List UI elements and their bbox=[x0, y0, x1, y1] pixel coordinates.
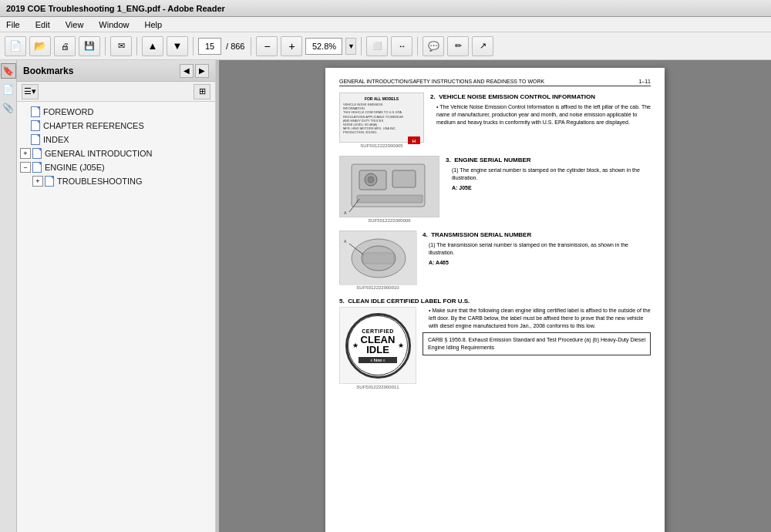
svg-rect-14 bbox=[363, 253, 394, 264]
section-4: A SUF5012222000010 4. TRANSMISSION SERIA… bbox=[339, 231, 651, 290]
section-3-text: 3. ENGINE SERIAL NUMBER (1) The engine s… bbox=[446, 156, 651, 223]
engine-svg: A bbox=[340, 157, 439, 217]
annotate-button[interactable]: ✏ bbox=[447, 36, 469, 56]
new-button[interactable]: 📄 bbox=[5, 36, 26, 56]
menu-window[interactable]: Window bbox=[96, 19, 132, 30]
section-3-caption: SUF5012222000006 bbox=[368, 218, 410, 223]
section-2-body: FOR ALL MODELS VEHICLE NOISE EMISSIONINF… bbox=[339, 93, 651, 148]
section-2: FOR ALL MODELS VEHICLE NOISE EMISSIONINF… bbox=[339, 93, 651, 148]
left-panel-icons: 🔖 📄 📎 bbox=[0, 60, 17, 532]
save-button[interactable]: 💾 bbox=[79, 36, 100, 56]
section-5-caption: SUF5012222000011 bbox=[356, 385, 399, 389]
menu-view[interactable]: View bbox=[62, 19, 87, 30]
tree-item-engine[interactable]: − ENGINE (J05E) bbox=[17, 160, 215, 174]
fit-width-button[interactable]: ↔ bbox=[391, 36, 412, 56]
chapter-references-icon bbox=[31, 120, 40, 131]
sidebar-expand-all-button[interactable]: ⊞ bbox=[194, 84, 210, 99]
page-total: / 866 bbox=[226, 42, 244, 51]
tree-item-foreword[interactable]: FOREWORD bbox=[17, 105, 215, 119]
section-5-bullet: • Make sure that the following clean eng… bbox=[429, 307, 651, 329]
separator-6 bbox=[417, 37, 418, 56]
troubleshooting-label: TROUBLESHOOTING bbox=[57, 177, 143, 186]
section-3-image-container: A SUF5012222000006 bbox=[339, 156, 439, 223]
separator-4 bbox=[251, 37, 251, 56]
sidebar-toolbar: ☰▾ ⊞ bbox=[17, 82, 215, 102]
sidebar: Bookmarks ◀ ▶ ☰▾ ⊞ FOREWORD CHAPTE bbox=[17, 60, 216, 532]
section-3: A SUF5012222000006 3. ENGINE SERIAL NUMB… bbox=[339, 156, 651, 223]
zoom-input[interactable]: 52.8% bbox=[305, 38, 342, 55]
section-2-text: 2. VEHICLE NOISE EMISSION CONTROL INFORM… bbox=[430, 93, 651, 148]
sidebar-expand-button[interactable]: ▶ bbox=[195, 64, 209, 78]
separator-1 bbox=[105, 37, 106, 56]
section-4-title: TRANSMISSION SERIAL NUMBER bbox=[431, 231, 531, 238]
export-button[interactable]: ↗ bbox=[472, 36, 493, 56]
svg-text:H: H bbox=[412, 139, 416, 143]
zoom-dropdown-button[interactable]: ▼ bbox=[345, 38, 356, 55]
section-4-num: 4. TRANSMISSION SERIAL NUMBER bbox=[423, 231, 651, 239]
chapter-references-label: CHAPTER REFERENCES bbox=[43, 121, 144, 130]
bookmarks-panel-icon[interactable]: 🔖 bbox=[1, 63, 16, 79]
open-button[interactable]: 📂 bbox=[29, 36, 51, 56]
section-2-title: VEHICLE NOISE EMISSION CONTROL INFORMATI… bbox=[439, 93, 595, 100]
cert-clean-text: CLEAN bbox=[361, 335, 396, 345]
sidebar-options-button[interactable]: ☰▾ bbox=[22, 84, 39, 99]
menu-file[interactable]: File bbox=[3, 19, 23, 30]
document-area[interactable]: GENERAL INTRODUCTION/SAFETY INSTRUCTIONS… bbox=[219, 60, 771, 532]
section-5-text: • Make sure that the following clean eng… bbox=[423, 307, 651, 389]
email-button[interactable]: ✉ bbox=[110, 36, 132, 56]
general-intro-expand[interactable]: + bbox=[20, 148, 31, 159]
svg-rect-8 bbox=[357, 195, 423, 203]
prev-page-button[interactable]: ▲ bbox=[142, 36, 163, 56]
general-intro-label: GENERAL INTRODUCTION bbox=[45, 149, 153, 158]
menu-bar: File Edit View Window Help bbox=[0, 17, 771, 32]
sidebar-collapse-button[interactable]: ◀ bbox=[180, 64, 194, 78]
engine-icon bbox=[32, 162, 42, 173]
transmission-svg: A bbox=[340, 231, 417, 285]
section-3-title: ENGINE SERIAL NUMBER bbox=[454, 157, 530, 163]
tree-item-troubleshooting[interactable]: + TROUBLESHOOTING bbox=[29, 174, 215, 188]
section-4-sub: A: A465 bbox=[429, 259, 651, 267]
tree-item-general-intro[interactable]: + GENERAL INTRODUCTION bbox=[17, 146, 215, 160]
zoom-out-button[interactable]: − bbox=[256, 36, 278, 56]
section-2-image-container: FOR ALL MODELS VEHICLE NOISE EMISSIONINF… bbox=[339, 93, 424, 148]
page-header: GENERAL INTRODUCTION/SAFETY INSTRUCTIONS… bbox=[339, 79, 651, 86]
engine-image: A bbox=[339, 156, 439, 217]
menu-edit[interactable]: Edit bbox=[32, 19, 53, 30]
page-content: GENERAL INTRODUCTION/SAFETY INSTRUCTIONS… bbox=[325, 68, 665, 532]
section-4-body: A SUF5012222000010 4. TRANSMISSION SERIA… bbox=[339, 231, 651, 290]
section-2-bullet: • The Vehicle Noise Emission Control Inf… bbox=[436, 103, 651, 126]
section-5-image-container: ★ ★ CERTIFIED CLEAN IDLE ≡ hino ≡ bbox=[339, 307, 416, 389]
separator-3 bbox=[193, 37, 194, 56]
troubleshooting-expand[interactable]: + bbox=[32, 176, 43, 187]
main-container: 🔖 📄 📎 Bookmarks ◀ ▶ ☰▾ ⊞ FOREWORD bbox=[0, 60, 771, 532]
section-4-text: 4. TRANSMISSION SERIAL NUMBER (1) The tr… bbox=[423, 231, 651, 290]
fit-page-button[interactable]: ⬜ bbox=[366, 36, 388, 56]
section-5-info-box: CARB § 1956.8. Exhaust Emission Standard… bbox=[423, 332, 651, 355]
tree-item-index[interactable]: INDEX bbox=[17, 133, 215, 146]
cert-idle-text: IDLE bbox=[366, 345, 389, 355]
menu-help[interactable]: Help bbox=[141, 19, 165, 30]
section-2-caption: SUF5012222000005 bbox=[360, 143, 402, 148]
sidebar-header: Bookmarks ◀ ▶ bbox=[17, 60, 215, 82]
section-5-num: 5. CLEAN IDLE CERTIFIED LABEL FOR U.S. bbox=[339, 298, 651, 305]
app-title: 2019 COE Troubleshooting 1_ENG.pdf - Ado… bbox=[6, 4, 225, 13]
separator-5 bbox=[361, 37, 362, 56]
comment-button[interactable]: 💬 bbox=[423, 36, 444, 56]
attachments-panel-icon[interactable]: 📎 bbox=[1, 100, 16, 116]
section-5-body: ★ ★ CERTIFIED CLEAN IDLE ≡ hino ≡ bbox=[339, 307, 651, 389]
cert-badge-wrapper: ★ ★ CERTIFIED CLEAN IDLE ≡ hino ≡ bbox=[339, 307, 416, 384]
tree-item-chapter-references[interactable]: CHAPTER REFERENCES bbox=[17, 119, 215, 133]
cert-star-right: ★ bbox=[398, 342, 404, 349]
troubleshooting-icon bbox=[45, 176, 54, 187]
foreword-icon bbox=[31, 106, 40, 117]
zoom-in-button[interactable]: + bbox=[281, 36, 302, 56]
hino-logo-svg: H bbox=[408, 136, 420, 144]
print-button[interactable]: 🖨 bbox=[54, 36, 76, 56]
next-page-button[interactable]: ▼ bbox=[167, 36, 188, 56]
page-number-input[interactable]: 15 bbox=[198, 38, 221, 55]
transmission-image: A bbox=[339, 231, 416, 285]
section-4-caption: SUF5012222000010 bbox=[356, 285, 399, 290]
info-box-text: CARB § 1956.8. Exhaust Emission Standard… bbox=[428, 337, 645, 350]
engine-expand[interactable]: − bbox=[20, 162, 31, 173]
pages-panel-icon[interactable]: 📄 bbox=[1, 82, 16, 97]
